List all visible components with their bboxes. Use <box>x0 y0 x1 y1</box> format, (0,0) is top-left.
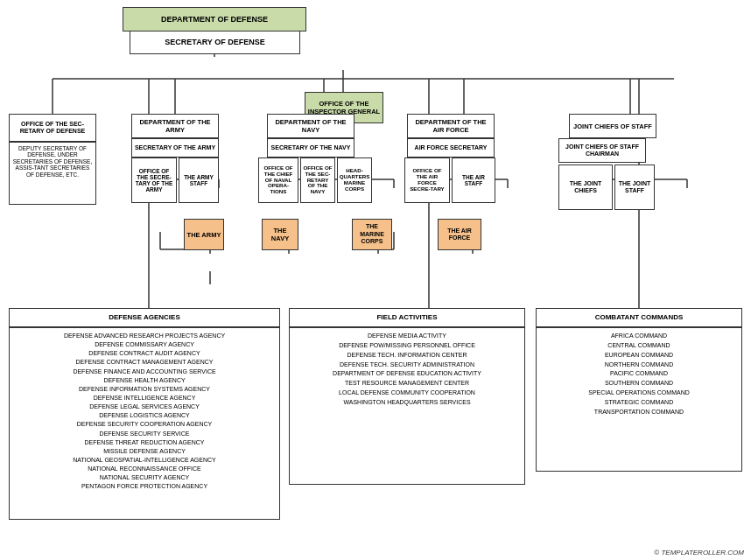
joint-staff-box: THE JOINT STAFF <box>614 164 655 210</box>
field-activities-header: FIELD ACTIVITIES <box>289 308 525 327</box>
dod-box: DEPARTMENT OF DEFENSE <box>123 7 306 32</box>
watermark: © TEMPLATEROLLER.COM <box>654 549 744 556</box>
hq-marine-box: HEAD-QUARTERS MARINE CORPS <box>337 158 372 203</box>
jcs-box: JOINT CHIEFS OF STAFF <box>569 114 656 138</box>
the-af-box: THE AIR FORCE <box>438 219 481 250</box>
osd-sub-box: DEPUTY SECRETARY OF DEFENSE, UNDER SECRE… <box>9 142 96 205</box>
def-agencies-list: DEFENSE ADVANCED RESEARCH PROJECTS AGENC… <box>9 327 280 520</box>
off-chief-naval-box: OFFICE OF THE CHIEF OF NAVAL OPERA-TIONS <box>258 158 298 203</box>
joint-chiefs-box: THE JOINT CHIEFS <box>558 164 613 210</box>
the-army-box: THE ARMY <box>184 219 224 250</box>
af-sec-box: AIR FORCE SECRETARY <box>407 138 495 158</box>
combatant-header: COMBATANT COMMANDS <box>536 308 742 327</box>
army-staff-box: THE ARMY STAFF <box>179 158 219 203</box>
def-agencies-header: DEFENSE AGENCIES <box>9 308 280 327</box>
dept-army-box: DEPARTMENT OF THE ARMY <box>131 114 219 138</box>
org-chart: DEPARTMENT OF DEFENSE SECRETARY OF DEFEN… <box>0 0 751 560</box>
off-af-sec-box: OFFICE OF THE AIR FORCE SECRE-TARY <box>404 158 450 203</box>
off-sec-navy-box: OFFICE OF THE SEC-RETARY OF THE NAVY <box>300 158 335 203</box>
combatant-list: AFRICA COMMAND CENTRAL COMMAND EUROPEAN … <box>536 327 742 472</box>
the-navy-box: THE NAVY <box>262 219 298 250</box>
field-activities-list: DEFENSE MEDIA ACTIVITY DEFENSE POW/MISSI… <box>289 327 525 485</box>
marine-corps-box: THE MARINE CORPS <box>352 219 392 250</box>
sec-army-box: SECRETARY OF THE ARMY <box>131 138 219 158</box>
off-sec-army-box: OFFICE OF THE SECRE-TARY OF THE ARMY <box>131 158 177 203</box>
sod-box: SECRETARY OF DEFENSE <box>130 32 300 54</box>
dept-af-box: DEPARTMENT OF THE AIR FORCE <box>407 114 495 138</box>
dept-navy-box: DEPARTMENT OF THE NAVY <box>267 114 354 138</box>
jcs-chairman-box: JOINT CHIEFS OF STAFF CHAIRMAN <box>558 138 646 163</box>
af-staff-box: THE AIR STAFF <box>452 158 495 203</box>
sec-navy-box: SECRETARY OF THE NAVY <box>267 138 354 158</box>
osd-box: OFFICE OF THE SEC-RETARY OF DEFENSE <box>9 114 96 142</box>
